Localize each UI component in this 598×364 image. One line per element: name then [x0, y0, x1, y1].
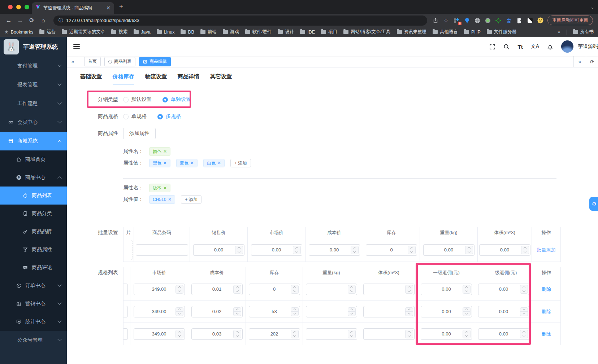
home-icon[interactable]: ⌂	[38, 17, 48, 24]
bookmarks-manager[interactable]: ★Bookmarks	[4, 29, 33, 35]
number-stepper[interactable]	[233, 307, 241, 316]
bookmark-folder[interactable]: 前端	[200, 29, 217, 35]
stock-input[interactable]: 53	[249, 306, 300, 317]
sidebar-item-workflow[interactable]: 工作流程	[0, 94, 67, 113]
number-stepper[interactable]	[293, 246, 301, 254]
number-stepper[interactable]	[465, 246, 473, 254]
attr-value-tag[interactable]: 蓝色✕	[176, 159, 198, 167]
extension-balloon-icon[interactable]	[464, 17, 470, 24]
volume-input[interactable]	[363, 284, 415, 295]
number-stepper[interactable]	[520, 330, 528, 338]
market-price-input[interactable]: 349.00	[134, 284, 185, 295]
stock-input[interactable]: 0	[249, 284, 300, 295]
extension-contrast-icon[interactable]	[526, 17, 533, 24]
close-window-button[interactable]	[8, 5, 13, 9]
batch-add-link[interactable]: 批量添加	[537, 247, 556, 253]
bookmark-folder[interactable]: 项目	[321, 29, 337, 35]
reload-icon[interactable]: ⟳	[27, 17, 37, 24]
tab-other-settings[interactable]: 其它设置	[210, 73, 232, 84]
number-stepper[interactable]	[405, 330, 413, 338]
delete-row-link[interactable]: 删除	[542, 286, 551, 292]
tags-scroll-left-icon[interactable]: «	[67, 56, 79, 67]
cost-price-input[interactable]: 0.01	[191, 284, 243, 295]
number-stepper[interactable]	[348, 330, 356, 338]
share-icon[interactable]	[432, 17, 439, 24]
cost-price-input[interactable]: 0.03	[191, 328, 243, 340]
profile-emoji-icon[interactable]	[537, 17, 543, 24]
font-size-icon[interactable]: Tt	[517, 44, 523, 50]
zoom-window-button[interactable]	[25, 5, 29, 9]
cost-price-input[interactable]: 0.02	[191, 306, 243, 317]
weight-input[interactable]	[306, 306, 357, 317]
bookmark-folder[interactable]: 资讯未整理	[397, 29, 427, 35]
number-stepper[interactable]	[176, 330, 183, 338]
weight-input[interactable]	[306, 328, 357, 340]
tab-logistics[interactable]: 物流设置	[145, 73, 167, 84]
radio-multi-spec[interactable]: 多规格	[157, 113, 181, 120]
radio-default-setting[interactable]: 默认设置	[123, 96, 152, 103]
extension-circle-icon[interactable]	[485, 17, 491, 24]
tab-basic-settings[interactable]: 基础设置	[80, 73, 102, 84]
bookmark-folder[interactable]: PHP	[464, 30, 481, 35]
sidebar-item-product-comment[interactable]: 商品评论	[0, 259, 67, 277]
volume-input[interactable]: 0.00	[479, 244, 530, 256]
user-avatar[interactable]	[561, 40, 573, 53]
number-stepper[interactable]	[235, 246, 243, 254]
number-stepper[interactable]	[520, 285, 528, 294]
number-stepper[interactable]	[463, 285, 471, 294]
sidebar-item-product-list[interactable]: 商品列表	[0, 187, 67, 205]
browser-tab[interactable]: 芋道管理系统 - 商品编辑 ✕	[32, 2, 114, 14]
close-icon[interactable]: ✕	[168, 197, 172, 202]
tag-product-edit[interactable]: 商品编辑	[139, 57, 171, 66]
bookmark-folder[interactable]: Linux	[157, 30, 175, 35]
commission-l1-input[interactable]: 0.00	[421, 328, 472, 340]
locale-icon[interactable]: 文A	[531, 43, 539, 50]
bookmark-folder[interactable]: 网站/博客/文章/工具	[343, 29, 390, 35]
bookmark-folder[interactable]: 搜索	[111, 29, 127, 35]
tab-close-icon[interactable]: ✕	[106, 5, 110, 11]
bookmark-star-icon[interactable]: ☆	[443, 17, 449, 24]
commission-l2-input[interactable]: 0.00	[478, 328, 529, 340]
settings-float-button[interactable]: ⚙	[589, 197, 598, 211]
sidebar-item-statistics-center[interactable]: 统计中心	[0, 313, 67, 331]
forward-icon[interactable]: →	[15, 17, 25, 24]
tab-product-detail[interactable]: 商品详情	[178, 73, 199, 84]
attr-value-tag[interactable]: 黑色✕	[149, 159, 170, 167]
market-price-input[interactable]: 349.00	[134, 306, 185, 317]
radio-individual-setting[interactable]: 单独设置	[162, 96, 191, 103]
tags-scroll-right-icon[interactable]: »	[573, 56, 586, 67]
close-icon[interactable]: ✕	[217, 161, 221, 166]
weight-input[interactable]	[306, 284, 357, 295]
barcode-input[interactable]	[136, 244, 188, 256]
add-value-button[interactable]: + 添加	[181, 195, 201, 204]
stock-input[interactable]: 0	[366, 244, 417, 256]
refresh-tag-icon[interactable]: ⟳	[586, 56, 598, 67]
attr-name-tag[interactable]: 颜色✕	[149, 147, 170, 156]
close-icon[interactable]: ✕	[163, 161, 167, 166]
volume-input[interactable]	[363, 328, 415, 340]
number-stepper[interactable]	[176, 307, 183, 316]
number-stepper[interactable]	[463, 330, 471, 338]
delete-row-link[interactable]: 删除	[542, 309, 551, 314]
back-icon[interactable]: ←	[4, 17, 14, 24]
number-stepper[interactable]	[233, 330, 241, 338]
sidebar-item-product-attribute[interactable]: 商品属性	[0, 241, 67, 259]
extension-proxy-icon[interactable]: 6	[453, 17, 460, 24]
commission-l2-input[interactable]: 0.00	[478, 306, 529, 317]
minimize-window-button[interactable]	[16, 5, 21, 9]
bookmark-folder[interactable]: Java	[134, 30, 150, 35]
number-stepper[interactable]	[291, 285, 299, 294]
number-stepper[interactable]	[405, 285, 413, 294]
bookmark-folder[interactable]: 运营	[39, 29, 56, 35]
attr-value-tag[interactable]: CH510✕	[149, 195, 175, 204]
bookmark-folder[interactable]: 文件服务器	[487, 29, 517, 35]
bookmark-folder[interactable]: 设计	[278, 29, 294, 35]
close-icon[interactable]: ✕	[163, 149, 167, 154]
number-stepper[interactable]	[405, 307, 413, 316]
bookmark-folder[interactable]: 软件/硬件	[245, 29, 272, 35]
sidebar-item-official-account[interactable]: 公众号管理	[0, 331, 67, 350]
close-icon[interactable]: ✕	[190, 161, 194, 166]
number-stepper[interactable]	[520, 307, 528, 316]
sidebar-item-member-center[interactable]: 会员中心	[0, 113, 67, 132]
sidebar-item-payment[interactable]: 支付管理	[0, 57, 67, 75]
